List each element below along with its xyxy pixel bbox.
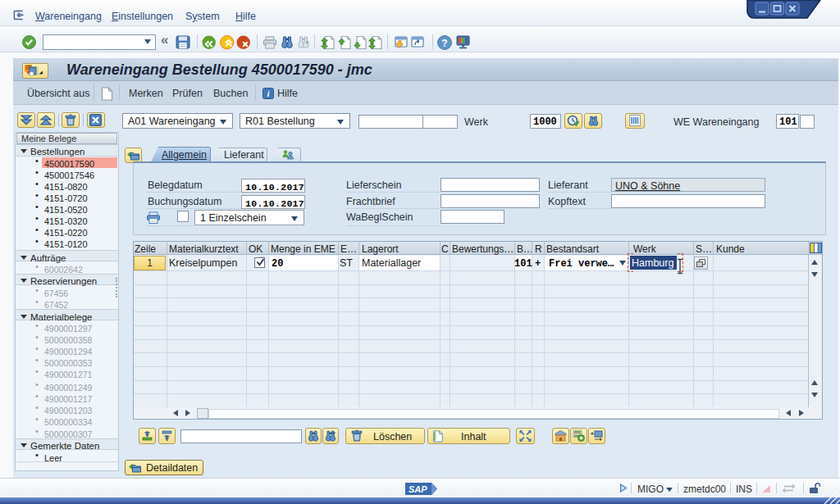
svg-text:SAP: SAP [409, 484, 427, 494]
svg-text:?: ? [441, 38, 447, 49]
